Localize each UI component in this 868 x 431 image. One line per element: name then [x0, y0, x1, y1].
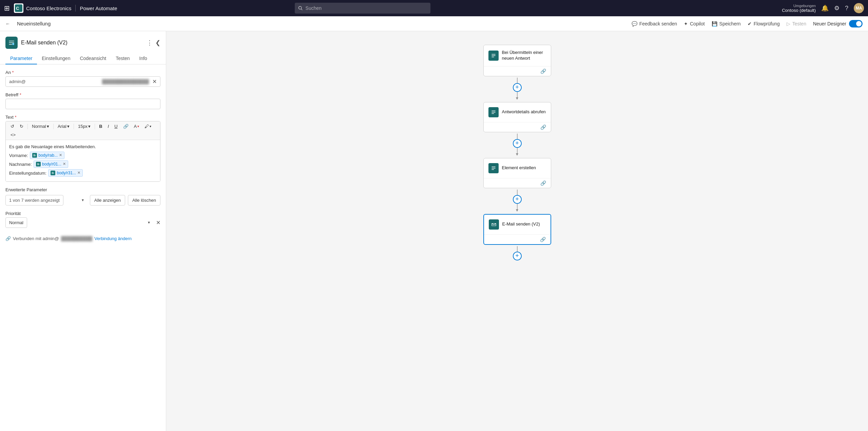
flow-node-getdetails-label: Antwortdetails abrufen [502, 109, 546, 115]
nachname-tag[interactable]: body/r01... ✕ [34, 160, 68, 168]
einstellungsdatum-tag[interactable]: body/r31... ✕ [48, 169, 83, 177]
tab-einstellungen[interactable]: Einstellungen [37, 53, 75, 64]
flow-connector-4: + [513, 245, 522, 262]
flow-node-createitem-link-icon: 🔗 [540, 180, 546, 186]
add-step-button-4[interactable]: + [513, 252, 522, 260]
link-button[interactable]: 🔗 [121, 123, 131, 130]
flow-node-getdetails[interactable]: Antwortdetails abrufen 🔗 [483, 102, 551, 132]
editor-line-einstellungsdatum: Einstellungsdatum: body/r31... ✕ [9, 169, 157, 177]
code-button[interactable]: <> [8, 131, 18, 138]
feedback-button[interactable]: 💬 Feedback senden [632, 21, 677, 26]
panel-form: An * ███████████████ ✕ Betreff * Neueins… [0, 64, 166, 247]
canvas-area[interactable]: Bei Übermitteln einer neuen Antwort 🔗 + … [166, 31, 868, 431]
bold-button[interactable]: B [97, 123, 104, 130]
search-input[interactable] [306, 5, 427, 11]
highlight-button[interactable]: 🖊 ▾ [142, 123, 153, 130]
svg-text:C: C [16, 6, 19, 11]
connection-info: 🔗 Verbunden mit admin@ ██████████ Verbin… [5, 236, 160, 241]
vorname-tag-text: body/rab... [38, 152, 58, 158]
priority-group: Priorität Normal Hoch Niedrig ✕ [5, 211, 160, 228]
env-label: Umgebungen [782, 4, 816, 8]
editor-body[interactable]: Es gab die Neuanlage eines Mitarbeitende… [6, 140, 160, 181]
show-all-button[interactable]: Alle anzeigen [90, 195, 125, 205]
to-input[interactable] [6, 77, 102, 86]
save-button[interactable]: 💾 Speichern [712, 21, 741, 26]
advanced-params-select[interactable]: 1 von 7 werden angezeigt [5, 195, 63, 205]
save-label: Speichern [719, 21, 741, 26]
toolbar-divider-2 [53, 124, 54, 129]
avatar[interactable]: MA [854, 3, 864, 13]
tab-info[interactable]: Info [135, 53, 152, 64]
text-editor: ↺ ↻ Normal ▾ Arial ▾ 15px ▾ [5, 121, 160, 182]
to-input-container[interactable]: ███████████████ ✕ [5, 76, 160, 87]
search-bar[interactable] [295, 3, 430, 14]
connector-line-top-3 [517, 190, 518, 195]
italic-button[interactable]: I [106, 123, 111, 130]
change-connection-link[interactable]: Verbindung ändern [94, 236, 132, 241]
nachname-tag-icon [36, 162, 41, 166]
collapse-panel-icon[interactable]: ❮ [155, 39, 160, 46]
font-select[interactable]: Arial ▾ [56, 123, 72, 130]
notifications-icon[interactable]: 🔔 [821, 4, 829, 12]
subnav-actions: 💬 Feedback senden ✦ Copilot 💾 Speichern … [632, 20, 863, 27]
flow-node-trigger-icon [488, 51, 499, 61]
to-clear-button[interactable]: ✕ [149, 78, 160, 85]
format-select[interactable]: Normal ▾ [30, 123, 51, 130]
add-step-button-3[interactable]: + [513, 195, 522, 204]
search-icon [298, 6, 303, 11]
flowcheck-button[interactable]: ✔ Flowprüfung [748, 21, 780, 26]
flow-node-createitem[interactable]: Element erstellen 🔗 [483, 158, 551, 188]
einstellungsdatum-label: Einstellungsdatum: [9, 171, 47, 176]
settings-icon[interactable]: ⚙ [834, 4, 840, 12]
tab-parameter[interactable]: Parameter [5, 53, 37, 64]
flow-node-getdetails-footer: 🔗 [484, 122, 551, 132]
priority-select[interactable]: Normal Hoch Niedrig [5, 217, 27, 228]
subject-required: * [20, 92, 21, 97]
font-chevron: ▾ [67, 124, 70, 129]
brand: C Contoso Electronics [14, 3, 71, 13]
connector-line-top-1 [517, 78, 518, 83]
subject-input[interactable]: Neueinstellung [5, 99, 160, 109]
back-button[interactable]: ← [5, 21, 10, 26]
copilot-label: Copilot [690, 21, 705, 26]
environment-info[interactable]: Umgebungen Contoso (default) [782, 4, 816, 13]
feedback-label: Feedback senden [639, 21, 677, 26]
vorname-tag[interactable]: body/rab... ✕ [30, 152, 64, 159]
advanced-params-row: 1 von 7 werden angezeigt Alle anzeigen A… [5, 195, 160, 205]
add-step-button-2[interactable]: + [513, 139, 522, 148]
vorname-tag-icon [32, 153, 37, 158]
undo-button[interactable]: ↺ [8, 123, 16, 130]
clear-all-button[interactable]: Alle löschen [128, 195, 160, 205]
underline-button[interactable]: U [112, 123, 119, 130]
priority-clear-button[interactable]: ✕ [156, 219, 160, 226]
help-icon[interactable]: ? [845, 5, 848, 12]
nachname-tag-close[interactable]: ✕ [63, 161, 66, 167]
tab-codeansicht[interactable]: Codeansicht [75, 53, 111, 64]
new-designer-switch[interactable] [849, 20, 863, 27]
more-options-icon[interactable]: ⋮ [147, 39, 153, 46]
connection-prefix: Verbunden mit admin@ [13, 236, 59, 241]
flowcheck-icon: ✔ [748, 21, 752, 26]
subject-field-group: Betreff * Neueinstellung [5, 92, 160, 109]
einstellungsdatum-tag-close[interactable]: ✕ [77, 170, 80, 176]
flow-node-trigger-label: Bei Übermitteln einer neuen Antwort [502, 50, 546, 61]
flow-node-sendemail-link-icon: 🔗 [540, 237, 546, 242]
add-step-button-1[interactable]: + [513, 83, 522, 92]
font-color-button[interactable]: A ▾ [132, 123, 141, 130]
flow-node-trigger[interactable]: Bei Übermitteln einer neuen Antwort 🔗 [483, 45, 551, 76]
flow-node-sendemail[interactable]: E-Mail senden (V2) 🔗 [483, 214, 551, 245]
redo-button[interactable]: ↻ [18, 123, 25, 130]
toolbar-divider-3 [74, 124, 74, 129]
size-select[interactable]: 15px ▾ [76, 123, 93, 130]
tab-testen[interactable]: Testen [111, 53, 134, 64]
new-designer-toggle: Neuer Designer [813, 20, 863, 27]
to-blurred: ███████████████ [102, 79, 149, 84]
app-grid-icon[interactable]: ⊞ [4, 4, 10, 12]
test-button[interactable]: ▷ Testen [787, 21, 806, 26]
toolbar-divider-1 [27, 124, 28, 129]
einstellungsdatum-tag-icon [51, 171, 55, 175]
copilot-button[interactable]: ✦ Copilot [684, 21, 705, 26]
vorname-tag-close[interactable]: ✕ [59, 152, 62, 158]
feedback-icon: 💬 [632, 21, 637, 26]
connector-line-top-4 [517, 246, 518, 252]
